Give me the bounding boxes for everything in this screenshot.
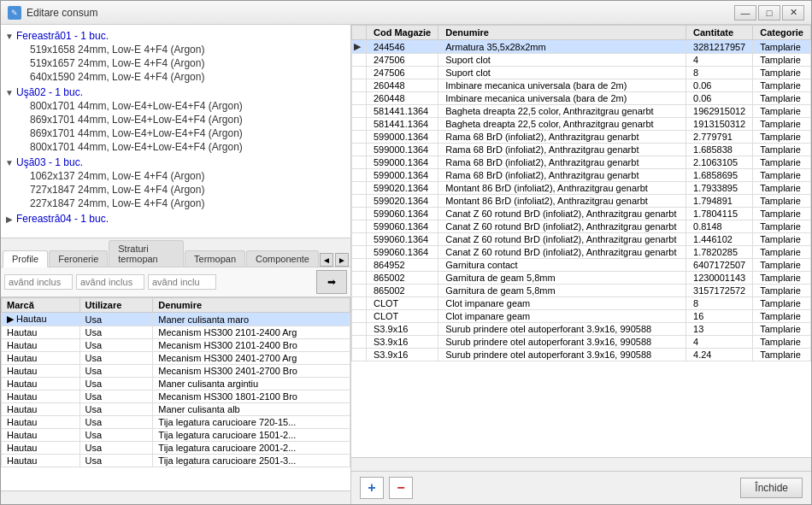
tree-node-usa02[interactable]: ▼ Uşă02 - 1 buc.: [1, 85, 350, 99]
filter-input-2[interactable]: [76, 274, 144, 290]
table-row[interactable]: S3.9x16 Surub prindere otel autoperforan…: [352, 336, 811, 349]
table-row[interactable]: 599060.1364 Canat Z 60 rotund BrD (infol…: [352, 246, 811, 259]
cell-cod: 599060.1364: [367, 208, 438, 220]
table-row[interactable]: Hautau Usa Mecanism HS300 2101-2400 Arg: [2, 326, 350, 339]
right-table-area[interactable]: Cod Magazie Denumire Cantitate Categorie…: [351, 25, 811, 457]
tree-leaf[interactable]: 1062x137 24mm, Low-E 4+F4 (Argon): [1, 169, 350, 183]
tree-leaf[interactable]: 227x1847 24mm, Low-E 4+F4 (Argon): [1, 197, 350, 210]
table-row[interactable]: 260448 Imbinare mecanica universala (bar…: [352, 79, 811, 92]
col-header-denumire[interactable]: Denumire: [438, 26, 686, 40]
col-header-denumire[interactable]: Denumire: [153, 298, 350, 313]
table-row[interactable]: 260448 Imbinare mecanica universala (bar…: [352, 92, 811, 105]
add-button[interactable]: +: [360, 477, 384, 499]
table-row[interactable]: Hautau Usa Tija legatura carucioare 2001…: [2, 442, 350, 455]
table-row[interactable]: 599000.1364 Rama 68 BrD (infoliat2), Ant…: [352, 156, 811, 169]
left-table-area[interactable]: Marcă Utilizare Denumire ▶ Hautau Usa Ma…: [1, 297, 350, 490]
table-row[interactable]: CLOT Clot impanare geam 8 Tamplarie: [352, 297, 811, 310]
table-row[interactable]: 599060.1364 Canat Z 60 rotund BrD (infol…: [352, 220, 811, 233]
cell-denumire: Rama 68 BrD (infoliat2), Anthrazitgrau g…: [438, 169, 686, 182]
table-row[interactable]: Hautau Usa Mecanism HS300 2401-2700 Bro: [2, 365, 350, 378]
table-row[interactable]: Hautau Usa Maner culisanta argintiu: [2, 378, 350, 390]
tree-leaf-label: 869x1701 44mm, Low-E4+Low-E4+F4 (Argon): [30, 114, 243, 126]
tree-leaf[interactable]: 800x1701 44mm, Low-E4+Low-E4+F4 (Argon): [1, 99, 350, 113]
leaf-spacer: [18, 44, 28, 55]
tab-termopan[interactable]: Termopan: [185, 250, 245, 267]
table-row[interactable]: 599000.1364 Rama 68 BrD (infoliat2), Ant…: [352, 144, 811, 156]
table-row[interactable]: Hautau Usa Mecanism HS300 2101-2400 Bro: [2, 339, 350, 352]
tree-node-fereastra04[interactable]: ▶ Fereastră04 - 1 buc.: [1, 212, 350, 226]
tree-leaf[interactable]: 727x1847 24mm, Low-E 4+F4 (Argon): [1, 183, 350, 197]
table-row[interactable]: 247506 Suport clot 4 Tamplarie: [352, 54, 811, 67]
leaf-spacer: [18, 171, 28, 181]
close-window-button[interactable]: ✕: [782, 5, 804, 21]
tab-componente[interactable]: Componente: [246, 250, 319, 267]
table-row[interactable]: 581441.1364 Bagheta dreapta 22,5 color, …: [352, 105, 811, 118]
tab-next-button[interactable]: ►: [335, 253, 349, 267]
tree-leaf[interactable]: 519x1658 24mm, Low-E 4+F4 (Argon): [1, 43, 350, 56]
table-row[interactable]: 865002 Garnitura de geam 5,8mm 123000114…: [352, 272, 811, 285]
tree-leaf[interactable]: 869x1701 44mm, Low-E4+Low-E4+F4 (Argon): [1, 126, 350, 140]
table-row[interactable]: S3.9x16 Surub prindere otel autoperforan…: [352, 349, 811, 361]
table-row[interactable]: 599020.1364 Montant 86 BrD (infoliat2), …: [352, 195, 811, 208]
tab-feronerie[interactable]: Feronerie: [49, 250, 108, 267]
tab-straturi[interactable]: Straturi termopan: [109, 240, 184, 267]
filter-input-3[interactable]: [148, 274, 216, 290]
cell-categorie: Tamplarie: [753, 118, 811, 131]
tree-leaf[interactable]: 800x1701 44mm, Low-E4+Low-E4+F4 (Argon): [1, 140, 350, 154]
cell-cod: 599060.1364: [367, 220, 438, 233]
remove-button[interactable]: −: [389, 477, 413, 499]
maximize-button[interactable]: □: [758, 5, 780, 21]
tree-node-fereastra01[interactable]: ▼ Fereastră01 - 1 buc.: [1, 29, 350, 43]
left-hscroll-inner[interactable]: [1, 491, 350, 505]
close-button[interactable]: Închide: [740, 478, 803, 498]
table-row[interactable]: 599000.1364 Rama 68 BrD (infoliat2), Ant…: [352, 169, 811, 182]
tree-area[interactable]: ▼ Fereastră01 - 1 buc. 519x1658 24mm, Lo…: [1, 25, 350, 238]
table-row[interactable]: Hautau Usa Mecanism HS300 2401-2700 Arg: [2, 352, 350, 365]
cell-marca: Hautau: [2, 442, 80, 455]
arrow-button[interactable]: ➡: [316, 270, 347, 294]
tree-leaf[interactable]: 869x1701 44mm, Low-E4+Low-E4+F4 (Argon): [1, 113, 350, 126]
table-row[interactable]: CLOT Clot impanare geam 16 Tamplarie: [352, 310, 811, 323]
cell-arrow: [352, 67, 367, 79]
tab-profile[interactable]: Profile: [3, 250, 48, 267]
table-row[interactable]: ▶ Hautau Usa Maner culisanta maro: [2, 313, 350, 326]
col-header-marca[interactable]: Marcă: [2, 298, 80, 313]
minimize-button[interactable]: —: [734, 5, 756, 21]
cell-arrow: [352, 336, 367, 349]
cell-arrow: [352, 92, 367, 105]
left-hscroll[interactable]: [1, 490, 350, 504]
tree-leaf-label: 640x1590 24mm, Low-E 4+F4 (Argon): [30, 71, 204, 83]
table-row[interactable]: 581441.1364 Bagheta dreapta 22,5 color, …: [352, 118, 811, 131]
table-row[interactable]: 599020.1364 Montant 86 BrD (infoliat2), …: [352, 182, 811, 195]
col-header-categorie[interactable]: Categorie: [753, 26, 811, 40]
table-row[interactable]: 247506 Suport clot 8 Tamplarie: [352, 67, 811, 79]
table-row[interactable]: Hautau Usa Mecanism HS300 1801-2100 Bro: [2, 390, 350, 403]
cell-arrow: [352, 182, 367, 195]
table-row[interactable]: 864952 Garnitura contact 6407172507 Tamp…: [352, 259, 811, 272]
tab-prev-button[interactable]: ◄: [320, 253, 333, 267]
table-row[interactable]: S3.9x16 Surub prindere otel autoperforan…: [352, 323, 811, 336]
col-header-cod[interactable]: Cod Magazie: [367, 26, 438, 40]
table-row[interactable]: Hautau Usa Tija legatura carucioare 720-…: [2, 416, 350, 429]
right-hscroll[interactable]: [351, 457, 811, 471]
filter-input-1[interactable]: [4, 274, 73, 290]
cell-categorie: Tamplarie: [753, 195, 811, 208]
cell-utilizare: Usa: [79, 365, 153, 378]
table-row[interactable]: 599060.1364 Canat Z 60 rotund BrD (infol…: [352, 208, 811, 220]
col-header-utilizare[interactable]: Utilizare: [79, 298, 153, 313]
tree-leaf[interactable]: 640x1590 24mm, Low-E 4+F4 (Argon): [1, 70, 350, 84]
table-row[interactable]: 865002 Garnitura de geam 5,8mm 315717257…: [352, 285, 811, 297]
table-row[interactable]: 599060.1364 Canat Z 60 rotund BrD (infol…: [352, 233, 811, 246]
tree-leaf[interactable]: 519x1657 24mm, Low-E 4+F4 (Argon): [1, 56, 350, 70]
col-header-cantitate[interactable]: Cantitate: [686, 26, 753, 40]
table-row[interactable]: Hautau Usa Tija legatura carucioare 2501…: [2, 455, 350, 467]
cell-arrow: [352, 310, 367, 323]
table-row[interactable]: 599000.1364 Rama 68 BrD (infoliat2), Ant…: [352, 131, 811, 144]
table-row[interactable]: ▶ 244546 Armatura 35,5x28x2mm 3281217957…: [352, 40, 811, 54]
leaf-spacer: [18, 128, 28, 138]
table-row[interactable]: Hautau Usa Maner culisanta alb: [2, 403, 350, 416]
tree-node-usa03[interactable]: ▼ Uşă03 - 1 buc.: [1, 156, 350, 169]
right-hscroll-inner[interactable]: [351, 458, 811, 472]
cell-denumire: Montant 86 BrD (infoliat2), Anthrazitgra…: [438, 195, 686, 208]
table-row[interactable]: Hautau Usa Tija legatura carucioare 1501…: [2, 429, 350, 442]
